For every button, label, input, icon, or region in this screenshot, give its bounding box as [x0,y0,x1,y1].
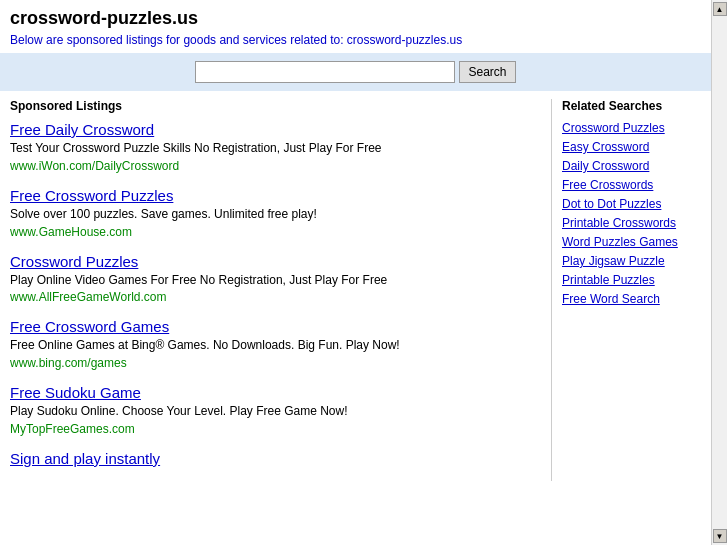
listing-url: www.iWon.com/DailyCrossword [10,159,541,173]
list-item: Free Sudoku Game Play Sudoku Online. Cho… [10,384,541,436]
page-wrapper: crossword-puzzles.us Below are sponsored… [0,0,727,545]
list-item: Free Daily Crossword Test Your Crossword… [10,121,541,173]
listing-link[interactable]: Sign and play instantly [10,450,160,467]
related-header: Related Searches [562,99,701,113]
list-item: Free Crossword Games Free Online Games a… [10,318,541,370]
scroll-down-arrow[interactable]: ▼ [713,529,727,543]
listing-link[interactable]: Free Daily Crossword [10,121,154,138]
listing-url: www.bing.com/games [10,356,541,370]
subtitle: Below are sponsored listings for goods a… [10,33,701,47]
related-link-printable-puzzles[interactable]: Printable Puzzles [562,273,701,287]
listing-title[interactable]: Free Crossword Puzzles [10,187,541,204]
listing-link[interactable]: Free Crossword Games [10,318,169,335]
listing-title[interactable]: Crossword Puzzles [10,253,541,270]
sponsored-listings: Sponsored Listings Free Daily Crossword … [0,99,551,481]
related-link-easy-crossword[interactable]: Easy Crossword [562,140,701,154]
listing-title[interactable]: Free Sudoku Game [10,384,541,401]
listing-desc: Play Sudoku Online. Choose Your Level. P… [10,403,541,420]
related-searches: Related Searches Crossword Puzzles Easy … [551,99,711,481]
related-link-crossword-puzzles[interactable]: Crossword Puzzles [562,121,701,135]
related-link-word-puzzles[interactable]: Word Puzzles Games [562,235,701,249]
related-link-free-word-search[interactable]: Free Word Search [562,292,701,306]
related-link-jigsaw[interactable]: Play Jigsaw Puzzle [562,254,701,268]
listing-desc: Solve over 100 puzzles. Save games. Unli… [10,206,541,223]
search-bar: Search [0,53,711,91]
sponsored-header: Sponsored Listings [10,99,541,113]
list-item: Sign and play instantly [10,450,541,467]
listing-url: MyTopFreeGames.com [10,422,541,436]
search-button[interactable]: Search [459,61,515,83]
columns: Sponsored Listings Free Daily Crossword … [0,91,711,481]
related-link-printable-crosswords[interactable]: Printable Crosswords [562,216,701,230]
scrollbar[interactable]: ▲ ▼ [711,0,727,545]
listing-link[interactable]: Crossword Puzzles [10,253,138,270]
listing-desc: Play Online Video Games For Free No Regi… [10,272,541,289]
header: crossword-puzzles.us Below are sponsored… [0,0,711,53]
related-link-free-crosswords[interactable]: Free Crosswords [562,178,701,192]
site-title: crossword-puzzles.us [10,8,701,29]
list-item: Free Crossword Puzzles Solve over 100 pu… [10,187,541,239]
related-link-dot-to-dot[interactable]: Dot to Dot Puzzles [562,197,701,211]
listing-link[interactable]: Free Sudoku Game [10,384,141,401]
listing-desc: Test Your Crossword Puzzle Skills No Reg… [10,140,541,157]
listing-title[interactable]: Sign and play instantly [10,450,541,467]
related-link-daily-crossword[interactable]: Daily Crossword [562,159,701,173]
listing-desc: Free Online Games at Bing® Games. No Dow… [10,337,541,354]
listing-title[interactable]: Free Daily Crossword [10,121,541,138]
listing-url: www.GameHouse.com [10,225,541,239]
search-input[interactable] [195,61,455,83]
listing-link[interactable]: Free Crossword Puzzles [10,187,173,204]
scroll-up-arrow[interactable]: ▲ [713,2,727,16]
listing-title[interactable]: Free Crossword Games [10,318,541,335]
list-item: Crossword Puzzles Play Online Video Game… [10,253,541,305]
listing-url: www.AllFreeGameWorld.com [10,290,541,304]
main-content: crossword-puzzles.us Below are sponsored… [0,0,711,545]
